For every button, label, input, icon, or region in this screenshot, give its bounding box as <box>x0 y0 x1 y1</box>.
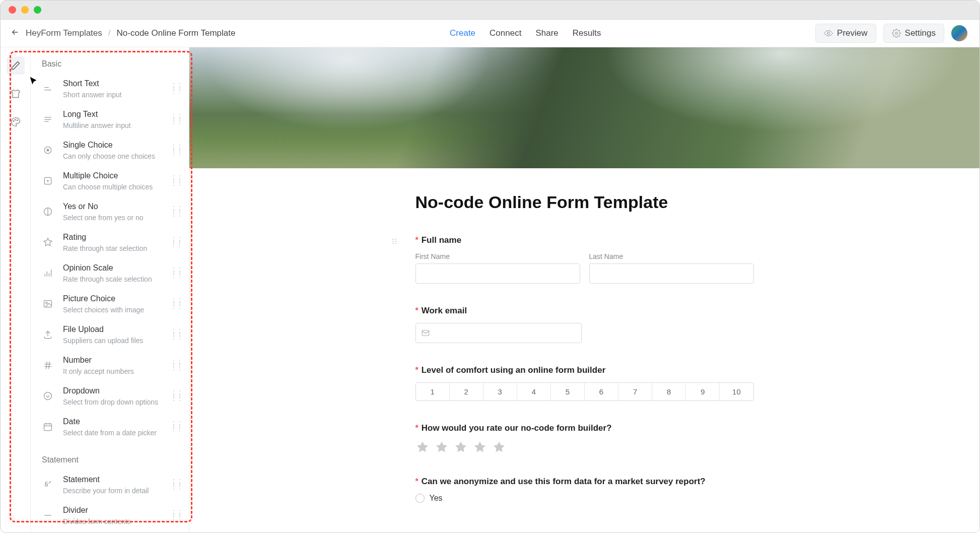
field-type-picture-choice[interactable]: Picture ChoiceSelect choices with image … <box>31 289 189 319</box>
field-desc: Divides form contents <box>63 517 163 526</box>
preview-button[interactable]: Preview <box>815 24 876 43</box>
question-drag-handle[interactable] <box>390 237 398 247</box>
question-work-email[interactable]: *Work email <box>415 306 754 343</box>
hash-icon <box>40 357 56 373</box>
field-type-single-choice[interactable]: Single ChoiceCan only choose one choices… <box>31 135 189 166</box>
field-types-panel: Basic Short TextShort answer input ⋮⋮⋮⋮ … <box>31 47 189 532</box>
field-title: Short Text <box>63 79 163 89</box>
first-name-input[interactable] <box>415 263 580 284</box>
drag-handle-icon[interactable]: ⋮⋮⋮⋮ <box>170 330 182 339</box>
field-type-page-break[interactable]: Page BreakSplit form into several pages … <box>31 531 189 532</box>
field-desc: Can choose multiple choices <box>63 182 163 191</box>
drag-handle-icon[interactable]: ⋮⋮⋮⋮ <box>170 208 182 216</box>
field-type-short-text[interactable]: Short TextShort answer input ⋮⋮⋮⋮ <box>31 74 189 104</box>
field-type-opinion-scale[interactable]: Opinion ScaleRate through scale selectio… <box>31 258 189 289</box>
scale-option[interactable]: 3 <box>483 383 517 401</box>
drag-handle-icon[interactable]: ⋮⋮⋮⋮ <box>170 177 182 185</box>
star-icon[interactable] <box>454 440 468 454</box>
field-type-number[interactable]: NumberIt only accept numbers ⋮⋮⋮⋮ <box>31 350 189 381</box>
scale-option[interactable]: 6 <box>585 383 618 401</box>
question-rating[interactable]: *How would you rate our no-code form bui… <box>415 423 754 454</box>
window-minimize-button[interactable] <box>21 6 29 14</box>
drag-handle-icon[interactable]: ⋮⋮⋮⋮ <box>170 392 182 400</box>
window-close-button[interactable] <box>9 6 16 14</box>
drag-handle-icon[interactable]: ⋮⋮⋮⋮ <box>170 269 182 277</box>
question-label: Work email <box>422 306 467 316</box>
rail-edit-button[interactable] <box>7 56 25 75</box>
field-type-long-text[interactable]: Long TextMultiline answer input ⋮⋮⋮⋮ <box>31 104 189 135</box>
scale-option[interactable]: 4 <box>517 383 551 401</box>
rail-design-button[interactable] <box>7 85 25 103</box>
question-comfort-level[interactable]: *Level of comfort using an online form b… <box>415 365 754 401</box>
drag-handle-icon[interactable]: ⋮⋮⋮⋮ <box>170 85 182 93</box>
svg-point-8 <box>47 180 48 182</box>
star-icon[interactable] <box>492 440 506 454</box>
star-icon[interactable] <box>435 440 449 454</box>
drag-handle-icon[interactable]: ⋮⋮⋮⋮ <box>170 361 182 369</box>
scale-option[interactable]: 7 <box>618 383 652 401</box>
drag-handle-icon[interactable]: ⋮⋮⋮⋮ <box>170 423 182 431</box>
form-cover-image[interactable] <box>189 47 979 168</box>
breadcrumb-root[interactable]: HeyForm Templates <box>26 28 102 38</box>
drag-handle-icon[interactable]: ⋮⋮⋮⋮ <box>170 481 182 489</box>
field-type-rating[interactable]: RatingRate through star selection ⋮⋮⋮⋮ <box>31 227 189 258</box>
settings-button[interactable]: Settings <box>883 24 944 43</box>
drag-handle-icon[interactable]: ⋮⋮⋮⋮ <box>170 115 182 123</box>
svg-rect-10 <box>44 301 52 307</box>
field-desc: Describe your form in detail <box>63 486 163 495</box>
question-label: Can we anonymize and use this form data … <box>422 477 706 487</box>
svg-point-1 <box>895 32 897 35</box>
question-full-name[interactable]: *Full name First Name Last Name <box>415 235 754 284</box>
drag-handle-icon[interactable]: ⋮⋮⋮⋮ <box>170 511 182 519</box>
star-icon[interactable] <box>473 440 487 454</box>
form-title[interactable]: No-code Online Form Template <box>415 192 754 212</box>
tab-connect[interactable]: Connect <box>489 28 521 38</box>
field-title: File Upload <box>63 324 163 335</box>
field-title: Single Choice <box>63 140 163 151</box>
radio-yes[interactable]: Yes <box>415 494 754 503</box>
scale-option[interactable]: 9 <box>686 383 720 401</box>
rail-theme-button[interactable] <box>7 113 25 131</box>
field-desc: It only accept numbers <box>63 367 163 376</box>
field-type-yes-no[interactable]: Yes or NoSelect one from yes or no ⋮⋮⋮⋮ <box>31 196 189 227</box>
preview-label: Preview <box>837 28 867 38</box>
field-desc: Select one from yes or no <box>63 213 163 222</box>
back-arrow-icon[interactable] <box>11 28 20 39</box>
drag-handle-icon[interactable]: ⋮⋮⋮⋮ <box>170 238 182 246</box>
section-label-basic: Basic <box>31 56 189 74</box>
field-type-dropdown[interactable]: DropdownSelect from drop down options ⋮⋮… <box>31 381 189 412</box>
tab-share[interactable]: Share <box>535 28 558 38</box>
field-type-statement[interactable]: StatementDescribe your form in detail ⋮⋮… <box>31 470 189 500</box>
field-type-multiple-choice[interactable]: Multiple ChoiceCan choose multiple choic… <box>31 166 189 196</box>
required-mark: * <box>415 236 418 245</box>
scale-option[interactable]: 5 <box>551 383 585 401</box>
shirt-icon <box>11 89 21 99</box>
last-name-input[interactable] <box>589 263 754 284</box>
drag-handle-icon[interactable]: ⋮⋮⋮⋮ <box>170 146 182 154</box>
scale-option[interactable]: 1 <box>416 383 450 401</box>
scale-option[interactable]: 8 <box>652 383 686 401</box>
tab-create[interactable]: Create <box>450 28 475 38</box>
window-zoom-button[interactable] <box>34 6 41 14</box>
scale-option[interactable]: 10 <box>720 383 753 401</box>
drag-handle-icon[interactable]: ⋮⋮⋮⋮ <box>170 300 182 308</box>
field-desc: Select choices with image <box>63 305 163 314</box>
star-icon[interactable] <box>415 440 430 454</box>
field-title: Number <box>63 355 163 366</box>
email-input[interactable] <box>415 323 582 343</box>
scale-option[interactable]: 2 <box>450 383 483 401</box>
field-type-divider[interactable]: DividerDivides form contents ⋮⋮⋮⋮ <box>31 500 189 531</box>
required-mark: * <box>415 477 418 486</box>
field-type-file-upload[interactable]: File UploadSuppliers can upload files ⋮⋮… <box>31 319 189 350</box>
avatar[interactable] <box>951 25 967 41</box>
field-type-date[interactable]: DateSelect date from a date picker ⋮⋮⋮⋮ <box>31 412 189 442</box>
breadcrumb-separator: / <box>108 28 111 38</box>
question-anonymize[interactable]: *Can we anonymize and use this form data… <box>415 477 754 503</box>
svg-point-11 <box>46 302 47 304</box>
field-desc: Short answer input <box>63 90 163 99</box>
tab-results[interactable]: Results <box>573 28 601 38</box>
field-title: Yes or No <box>63 202 163 212</box>
field-title: Dropdown <box>63 386 163 396</box>
bars-icon <box>40 265 56 281</box>
svg-point-4 <box>17 120 18 121</box>
